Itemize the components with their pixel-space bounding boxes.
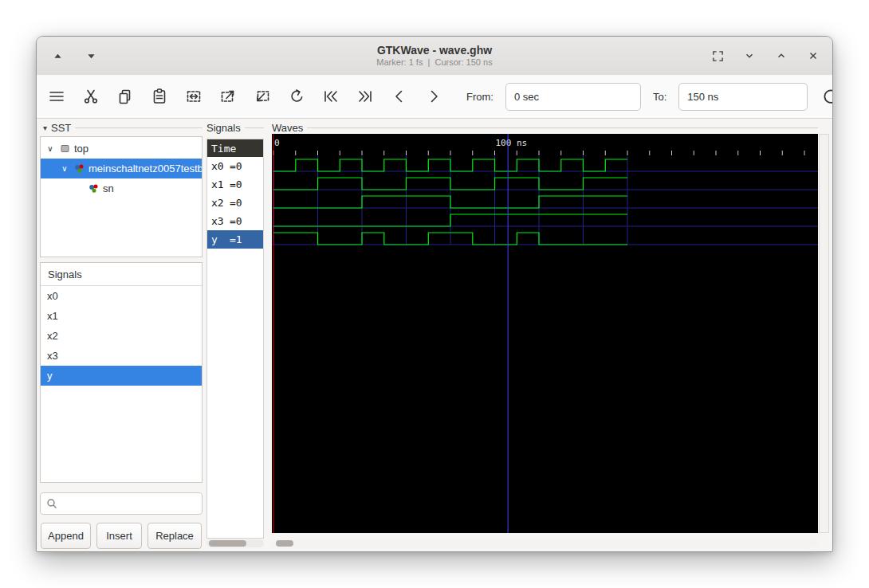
paste-icon[interactable] bbox=[148, 85, 171, 108]
wave-canvas[interactable]: 0100 ns bbox=[272, 134, 818, 533]
signal-name: x2 bbox=[211, 197, 230, 209]
waves-vscrollbar[interactable] bbox=[819, 134, 829, 533]
titlebar[interactable]: GTKWave - wave.ghw Marker: 1 fs | Cursor… bbox=[37, 37, 832, 76]
insert-button[interactable]: Insert bbox=[96, 523, 142, 549]
cut-icon[interactable] bbox=[80, 85, 102, 108]
signals-frame: Signals bbox=[206, 121, 264, 134]
tree-node-meinschaltnetz0057testb[interactable]: ∨meinschaltnetz0057testb bbox=[41, 159, 202, 178]
signal-name: y bbox=[211, 233, 230, 245]
signal-name: x3 bbox=[211, 215, 230, 227]
search-input[interactable] bbox=[61, 494, 199, 513]
toolbar: From: To: bbox=[37, 75, 832, 119]
time-header: Time bbox=[207, 139, 263, 157]
chevron-down-icon[interactable]: ∨ bbox=[60, 164, 69, 173]
wave-signal-row-x3[interactable]: x3=0 bbox=[207, 212, 263, 230]
signal-list-item-y[interactable]: y bbox=[41, 366, 202, 386]
zoom-to-end-icon[interactable] bbox=[354, 85, 376, 108]
window-status: Marker: 1 fs | Cursor: 150 ns bbox=[376, 57, 492, 68]
shift-right-icon[interactable] bbox=[423, 85, 445, 108]
desktop: GTKWave - wave.ghw Marker: 1 fs | Cursor… bbox=[0, 0, 869, 588]
wave-signal-row-x0[interactable]: x0=0 bbox=[207, 157, 263, 175]
frame-rule bbox=[75, 127, 203, 128]
signal-value: =0 bbox=[230, 215, 242, 227]
frame-rule bbox=[307, 127, 818, 128]
signal-list-item-x2[interactable]: x2 bbox=[41, 326, 202, 346]
signal-name: x0 bbox=[211, 160, 230, 172]
waves-frame-label: Waves bbox=[272, 122, 303, 134]
module-icon bbox=[59, 143, 70, 155]
signal-value: =1 bbox=[230, 233, 242, 245]
signal-name: x1 bbox=[211, 178, 230, 190]
menu-icon[interactable] bbox=[45, 85, 68, 108]
chevron-down-icon[interactable]: ▾ bbox=[43, 123, 47, 132]
trace-x0 bbox=[273, 159, 627, 171]
waves-frame: Waves bbox=[272, 121, 818, 134]
zoom-in-icon[interactable] bbox=[217, 85, 239, 108]
gtkwave-window: GTKWave - wave.ghw Marker: 1 fs | Cursor… bbox=[36, 36, 833, 552]
signal-list-item-x3[interactable]: x3 bbox=[41, 346, 202, 366]
replace-button[interactable]: Replace bbox=[147, 523, 202, 549]
copy-icon[interactable] bbox=[114, 85, 136, 108]
to-input[interactable] bbox=[678, 83, 808, 111]
signal-search bbox=[40, 492, 203, 515]
from-label: From: bbox=[466, 91, 493, 103]
append-button[interactable]: Append bbox=[41, 523, 91, 549]
signal-value: =0 bbox=[230, 160, 242, 172]
tree-node-sn[interactable]: sn bbox=[41, 178, 202, 198]
waves-hscrollbar-thumb[interactable] bbox=[276, 540, 293, 547]
instance-icon bbox=[73, 163, 85, 174]
scroll-down-icon[interactable] bbox=[81, 46, 100, 65]
close-icon[interactable] bbox=[804, 46, 823, 65]
timescale-label: 100 ns bbox=[496, 138, 528, 148]
sst-frame-label: SST bbox=[51, 122, 71, 134]
tree-node-top[interactable]: ∨top bbox=[41, 139, 202, 159]
shift-left-icon[interactable] bbox=[388, 85, 411, 108]
instance-icon bbox=[88, 183, 99, 194]
waveform-plot: 0100 ns bbox=[272, 134, 818, 533]
fullscreen-icon[interactable] bbox=[708, 46, 727, 65]
signal-value: =0 bbox=[230, 197, 242, 209]
trace-x1 bbox=[273, 178, 627, 190]
minimize-icon[interactable] bbox=[740, 46, 759, 65]
signal-value: =0 bbox=[230, 178, 242, 190]
reload-icon[interactable] bbox=[820, 85, 833, 108]
signal-names-panel: Time x0=0x1=0x2=0x3=0y=1 bbox=[206, 139, 264, 539]
zoom-fit-icon[interactable] bbox=[183, 85, 205, 108]
from-input[interactable] bbox=[505, 83, 641, 111]
timescale-label: 0 bbox=[274, 138, 280, 148]
wave-signal-row-x2[interactable]: x2=0 bbox=[207, 194, 263, 212]
trace-x2 bbox=[273, 196, 627, 208]
tree-node-label: meinschaltnetz0057testb bbox=[88, 163, 202, 174]
chevron-down-icon[interactable]: ∨ bbox=[45, 144, 55, 153]
tree-node-label: sn bbox=[103, 182, 114, 194]
frame-rule bbox=[245, 127, 264, 128]
signals-list-header: Signals bbox=[41, 263, 202, 286]
search-icon bbox=[46, 498, 57, 509]
trace-x3 bbox=[273, 214, 627, 226]
to-label: To: bbox=[653, 91, 666, 103]
wave-signal-row-x1[interactable]: x1=0 bbox=[207, 175, 263, 194]
maximize-icon[interactable] bbox=[772, 46, 791, 65]
tree-node-label: top bbox=[74, 143, 88, 155]
zoom-undo-icon[interactable] bbox=[285, 85, 308, 108]
window-title: GTKWave - wave.ghw bbox=[376, 44, 492, 57]
waves-hscrollbar-trough bbox=[272, 539, 818, 547]
zoom-out-icon[interactable] bbox=[251, 85, 273, 108]
signal-list-item-x0[interactable]: x0 bbox=[41, 286, 202, 306]
scroll-up-icon[interactable] bbox=[48, 46, 67, 65]
sst-signals-box: Signals x0x1x2x3y bbox=[40, 262, 203, 483]
sst-frame: ▾ SST bbox=[43, 121, 203, 134]
signals-frame-label: Signals bbox=[206, 122, 241, 134]
main-content: ▾ SST ∨top∨meinschaltnetz0057testbsn Sig… bbox=[37, 119, 832, 551]
signal-list-item-x1[interactable]: x1 bbox=[41, 306, 202, 326]
zoom-to-start-icon[interactable] bbox=[320, 85, 342, 108]
sst-tree: ∨top∨meinschaltnetz0057testbsn bbox=[40, 136, 203, 257]
signals-hscrollbar-thumb[interactable] bbox=[209, 540, 246, 547]
wave-signal-row-y[interactable]: y=1 bbox=[207, 230, 263, 249]
